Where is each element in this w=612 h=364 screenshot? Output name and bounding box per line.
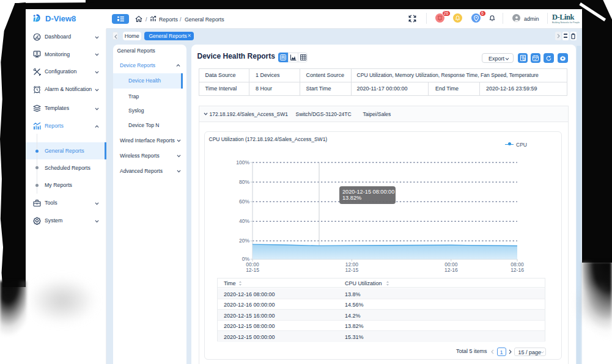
svg-text:80%: 80% bbox=[239, 179, 249, 185]
svg-text:12-15: 12-15 bbox=[246, 267, 259, 273]
svg-text:40%: 40% bbox=[239, 218, 249, 224]
svg-text:20%: 20% bbox=[239, 238, 249, 244]
svg-text:100%: 100% bbox=[236, 159, 249, 166]
svg-text:12-16: 12-16 bbox=[511, 267, 524, 273]
svg-text:12-15: 12-15 bbox=[345, 267, 359, 273]
svg-text:60%: 60% bbox=[239, 198, 249, 205]
svg-text:12-16: 12-16 bbox=[444, 267, 458, 273]
